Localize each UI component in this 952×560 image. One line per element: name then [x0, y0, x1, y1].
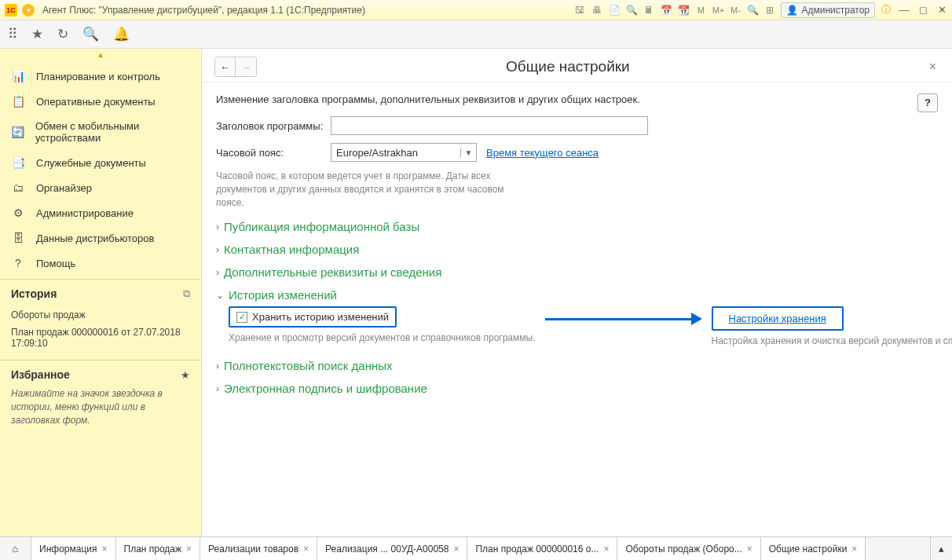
tab-close-icon[interactable]: × — [747, 544, 752, 555]
content-panel: ← → Общие настройки × ? Изменение заголо… — [202, 49, 952, 536]
nav-forward-button[interactable]: → — [236, 57, 256, 76]
sidebar-item-label: Планирование и контроль — [36, 71, 160, 82]
tab-label: Реализации товаров — [208, 544, 298, 555]
sync-icon: 🔄 — [11, 126, 24, 138]
tab-information[interactable]: Информация× — [31, 537, 116, 560]
star-icon[interactable]: ★ — [31, 26, 43, 42]
star-icon[interactable]: ★ — [181, 369, 190, 381]
sidebar-collapse-arrow[interactable]: ▲ — [0, 49, 201, 60]
chart-icon: 📊 — [11, 70, 25, 82]
session-time-link[interactable]: Время текущего сеанса — [486, 147, 599, 159]
tab-label: Информация — [39, 544, 97, 555]
tab-general-settings[interactable]: Общие настройки× — [761, 537, 866, 560]
history-icon[interactable]: ↻ — [57, 26, 68, 42]
section-header[interactable]: ›Контактная информация — [216, 243, 938, 256]
sidebar-history-section: История ⧉ Обороты продаж План продаж 000… — [0, 279, 201, 360]
sidebar-item-planning[interactable]: 📊Планирование и контроль — [0, 64, 201, 89]
nav-buttons: ← → — [214, 57, 257, 77]
tab-label: План продаж — [124, 544, 182, 555]
sidebar-item-label: Оперативные документы — [36, 96, 156, 108]
content-close-button[interactable]: × — [926, 60, 939, 74]
chevron-right-icon: › — [216, 244, 219, 255]
app-menu-dropdown[interactable] — [22, 4, 35, 16]
program-title-input[interactable] — [331, 116, 648, 135]
tab-sales-plan[interactable]: План продаж× — [116, 537, 201, 560]
section-header[interactable]: ›Электронная подпись и шифрование — [216, 382, 938, 395]
section-header[interactable]: ›Публикация информационной базы — [216, 220, 938, 233]
help-button[interactable]: ? — [917, 93, 938, 112]
maximize-button[interactable]: ◻ — [916, 3, 930, 17]
search-icon[interactable]: 🔍 — [82, 26, 99, 42]
title-bar: 1C Агент Плюс: "Управление дистрибуцией"… — [0, 0, 952, 20]
close-button[interactable]: ✕ — [935, 3, 949, 17]
tabs-scroll-button[interactable]: ▴ — [930, 537, 952, 560]
section-contact-info: ›Контактная информация — [216, 238, 938, 261]
section-header[interactable]: ›Полнотекстовый поиск данных — [216, 359, 938, 372]
tab-close-icon[interactable]: × — [453, 544, 459, 555]
info-icon[interactable]: ⓘ — [880, 4, 892, 16]
minimize-button[interactable]: — — [897, 3, 911, 17]
history-link[interactable]: План продаж 000000016 от 27.07.2018 17:0… — [11, 324, 190, 352]
print-icon[interactable]: 🖶 — [591, 4, 603, 16]
timezone-hint: Часовой пояс, в котором ведется учет в п… — [216, 170, 530, 209]
gear-icon: ⚙ — [11, 207, 25, 219]
tab-sales-turnover[interactable]: Обороты продаж (Оборо...× — [617, 537, 760, 560]
sidebar-item-mobile-exchange[interactable]: 🔄Обмен с мобильными устройствами — [0, 114, 201, 150]
sidebar: ▲ 📊Планирование и контроль 📋Оперативные … — [0, 49, 202, 536]
save-icon[interactable]: 🖫 — [573, 4, 586, 16]
user-badge[interactable]: 👤 Администратор — [781, 2, 875, 18]
history-link[interactable]: Обороты продаж — [11, 306, 190, 324]
chevron-right-icon: › — [216, 361, 219, 372]
tab-close-icon[interactable]: × — [101, 544, 107, 555]
apps-icon[interactable]: ⠿ — [8, 26, 17, 42]
tab-sales-plan-doc[interactable]: План продаж 000000016 о...× — [467, 537, 617, 560]
tab-realization-doc[interactable]: Реализация ... 00УД-А00058× — [317, 537, 467, 560]
compare-icon[interactable]: 🔍 — [625, 4, 638, 16]
sidebar-item-operative-docs[interactable]: 📋Оперативные документы — [0, 89, 201, 114]
bottom-tabs: ⌂ Информация× План продаж× Реализации то… — [0, 536, 952, 560]
memory-m-icon[interactable]: M — [694, 4, 707, 16]
document-icon[interactable]: 📄 — [608, 4, 621, 16]
sidebar-item-admin[interactable]: ⚙Администрирование — [0, 200, 201, 225]
toggle-icon[interactable]: ⊞ — [763, 4, 776, 16]
sidebar-item-distributors[interactable]: 🗄Данные дистрибьюторов — [0, 225, 201, 251]
memory-mplus-icon[interactable]: M+ — [712, 4, 724, 16]
storage-settings-link[interactable]: Настройки хранения — [729, 313, 826, 324]
timezone-label: Часовой пояс: — [216, 147, 331, 159]
tab-close-icon[interactable]: × — [851, 544, 857, 555]
tab-realizations[interactable]: Реализации товаров× — [200, 537, 317, 560]
sidebar-item-help[interactable]: ?Помощь — [0, 251, 201, 276]
keep-history-checkbox[interactable]: ✓ — [236, 312, 247, 323]
nav-back-button[interactable]: ← — [215, 57, 236, 76]
calculator-icon[interactable]: 🖩 — [643, 4, 655, 16]
timezone-select[interactable]: Europe/Astrakhan ▼ — [331, 143, 477, 162]
home-tab[interactable]: ⌂ — [0, 537, 31, 560]
history-expand-icon[interactable]: ⧉ — [183, 287, 190, 300]
tab-label: Обороты продаж (Оборо... — [625, 544, 741, 555]
sidebar-item-service-docs[interactable]: 📑Служебные документы — [0, 150, 201, 175]
calendar31-icon[interactable]: 📆 — [677, 4, 690, 16]
tab-close-icon[interactable]: × — [303, 544, 309, 555]
clipboard-icon: 📋 — [11, 95, 25, 108]
section-header[interactable]: ⌄История изменений — [216, 288, 938, 302]
tab-close-icon[interactable]: × — [186, 544, 192, 555]
section-change-history: ⌄История изменений ✓ Хранить историю изм… — [216, 284, 938, 354]
app-logo-icon: 1C — [5, 4, 17, 16]
timezone-value: Europe/Astrakhan — [331, 147, 460, 159]
calendar-icon[interactable]: 📅 — [660, 4, 672, 16]
tab-close-icon[interactable]: × — [603, 544, 609, 555]
timezone-row: Часовой пояс: Europe/Astrakhan ▼ Время т… — [216, 143, 938, 162]
section-title: Полнотекстовый поиск данных — [224, 359, 392, 372]
zoom-in-icon[interactable]: 🔍 — [746, 4, 759, 16]
tab-label: План продаж 000000016 о... — [475, 544, 599, 555]
main-area: ▲ 📊Планирование и контроль 📋Оперативные … — [0, 49, 952, 536]
sidebar-favorites-section: Избранное ★ Нажимайте на значок звездочк… — [0, 360, 201, 434]
section-title: Дополнительные реквизиты и сведения — [224, 265, 441, 279]
bell-icon[interactable]: 🔔 — [113, 26, 130, 42]
memory-mminus-icon[interactable]: M- — [729, 4, 741, 16]
sidebar-item-label: Помощь — [36, 258, 75, 269]
section-header[interactable]: ›Дополнительные реквизиты и сведения — [216, 265, 938, 279]
chevron-down-icon[interactable]: ▼ — [460, 148, 476, 157]
sidebar-item-organizer[interactable]: 🗂Органайзер — [0, 175, 201, 200]
section-publication: ›Публикация информационной базы — [216, 215, 938, 238]
